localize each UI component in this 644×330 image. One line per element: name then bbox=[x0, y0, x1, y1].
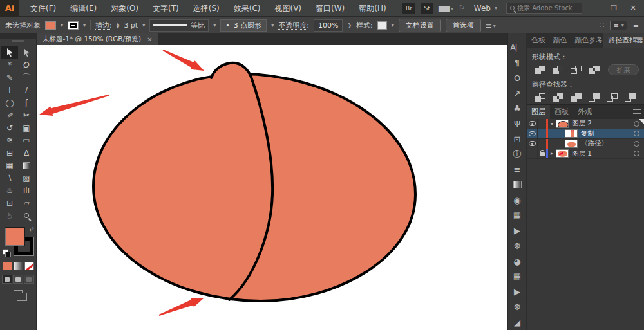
gradient-panel-icon[interactable] bbox=[508, 178, 526, 193]
links-panel-icon[interactable]: ⊡ bbox=[508, 131, 526, 147]
pathfinder-crop-button[interactable] bbox=[586, 92, 601, 103]
paintbrush-tool[interactable]: ʃ bbox=[18, 96, 35, 109]
shape-mode-minus-front-button[interactable] bbox=[550, 64, 565, 75]
fill-proxy-swatch[interactable] bbox=[5, 227, 25, 246]
brush-definition[interactable]: • 3 点圆形 bbox=[220, 19, 267, 32]
document-setup-button[interactable]: 文档设置 bbox=[399, 19, 441, 32]
variable-width-profile[interactable]: 等比 bbox=[149, 19, 209, 32]
shape-mode-unite-button[interactable] bbox=[532, 64, 547, 75]
target-circle-icon[interactable] bbox=[634, 131, 639, 136]
menu-item-effect[interactable]: 效果(C) bbox=[227, 0, 268, 17]
style-swatch[interactable] bbox=[377, 21, 387, 30]
pen-tool[interactable]: ✎ bbox=[1, 71, 18, 84]
symbols-panel-icon[interactable]: ♣ bbox=[508, 101, 526, 116]
menu-item-file[interactable]: 文件(F) bbox=[23, 0, 63, 17]
direct-selection-tool[interactable] bbox=[18, 46, 35, 59]
eyedropper-tool[interactable]: ∖ bbox=[1, 172, 18, 185]
menu-item-type[interactable]: 文字(T) bbox=[146, 0, 186, 17]
pathfinder-tab-1[interactable]: 色板 bbox=[527, 33, 549, 48]
share-icon[interactable]: ⚐ bbox=[459, 4, 465, 12]
expand-button[interactable]: 扩展 bbox=[608, 64, 639, 75]
layers-tab-2[interactable]: 画板 bbox=[550, 105, 573, 119]
preferences-button[interactable]: 首选项 bbox=[446, 19, 481, 32]
layer-name[interactable]: 〈路径〉 bbox=[581, 139, 608, 148]
cone-panel-icon[interactable]: ◢ bbox=[508, 315, 526, 330]
pathfinder-divide-button[interactable] bbox=[532, 92, 547, 103]
layer-row-3[interactable]: 〈路径〉 bbox=[527, 139, 644, 149]
align-icon[interactable]: ☰▾ bbox=[486, 21, 496, 30]
actions-panel-2-icon[interactable]: ▶ bbox=[508, 284, 526, 300]
layer-name[interactable]: 图层 1 bbox=[572, 149, 592, 158]
workspace-switcher[interactable]: Web ▾ bbox=[474, 4, 497, 13]
column-graph-tool[interactable]: ılı bbox=[18, 185, 35, 197]
layer-row-4[interactable]: ▸图层 1 bbox=[527, 149, 644, 160]
style-dropdown-icon[interactable]: ▾ bbox=[392, 23, 394, 28]
settings-panel-2-icon[interactable]: ☸ bbox=[508, 299, 526, 315]
curvature-tool[interactable]: ⌒ bbox=[18, 71, 35, 84]
layer-thumbnail[interactable] bbox=[556, 149, 569, 158]
app-logo-icon[interactable]: Ai bbox=[0, 0, 19, 17]
gradient-tool[interactable] bbox=[18, 160, 35, 172]
layers-panel-menu-icon[interactable] bbox=[633, 109, 641, 114]
visibility-toggle[interactable] bbox=[527, 139, 538, 149]
menu-item-help[interactable]: 帮助(H) bbox=[352, 0, 393, 17]
layer-row-1[interactable]: ▾图层 2 bbox=[527, 119, 644, 129]
pathfinder-panel-menu-icon[interactable] bbox=[633, 37, 641, 42]
layer-row-2[interactable]: 复制 bbox=[527, 129, 644, 140]
transform-panel-icon[interactable]: ▦ bbox=[508, 208, 526, 223]
layer-thumbnail[interactable] bbox=[556, 120, 569, 128]
close-button[interactable]: ✕ bbox=[626, 4, 640, 12]
stroke-weight-dropdown-icon[interactable]: ▾ bbox=[142, 23, 145, 28]
stroke-weight-label[interactable]: 描边: bbox=[95, 21, 112, 30]
opacity-value[interactable]: 100% bbox=[314, 19, 343, 32]
toolbar-grip[interactable] bbox=[12, 40, 24, 44]
stroke-weight-stepper[interactable]: ▲▼ bbox=[117, 22, 120, 28]
type-tool[interactable]: T bbox=[1, 84, 18, 97]
menu-item-window[interactable]: 窗口(W) bbox=[308, 0, 352, 17]
layers-tab-1[interactable]: 图层 bbox=[527, 105, 550, 119]
export-panel-icon[interactable]: ↗ bbox=[508, 86, 526, 101]
layer-name[interactable]: 复制 bbox=[581, 129, 594, 138]
brushes-panel-icon[interactable]: Ψ bbox=[508, 116, 526, 132]
visibility-toggle[interactable] bbox=[527, 149, 538, 159]
workspace-bar-icon[interactable]: ≡▾ bbox=[610, 21, 627, 30]
swirl-panel-icon[interactable]: ◕ bbox=[508, 253, 526, 269]
brush-dropdown-icon[interactable]: ▾ bbox=[271, 23, 274, 28]
draw-inside-button[interactable] bbox=[24, 275, 34, 284]
menu-panel-icon[interactable]: ≡ bbox=[508, 162, 526, 178]
default-fill-stroke-icon[interactable] bbox=[3, 249, 8, 255]
menu-item-edit[interactable]: 编辑(E) bbox=[63, 0, 104, 17]
layer-name[interactable]: 图层 2 bbox=[572, 119, 592, 128]
perspective-grid-tool[interactable]: Δ bbox=[18, 147, 35, 160]
swap-fill-stroke-icon[interactable]: ⇄ bbox=[29, 226, 34, 232]
stock-search-input[interactable]: 搜索 Adobe Stock bbox=[506, 3, 582, 14]
menu-item-select[interactable]: 选择(S) bbox=[186, 0, 227, 17]
minimize-button[interactable]: ─ bbox=[587, 4, 601, 12]
menu-item-object[interactable]: 对象(O) bbox=[104, 0, 146, 17]
stroke-weight-value[interactable]: 3 pt bbox=[124, 21, 138, 30]
pathfinder-merge-button[interactable] bbox=[568, 92, 583, 103]
info-panel-icon[interactable]: ⓘ bbox=[508, 147, 526, 162]
gradient-button[interactable] bbox=[14, 262, 23, 270]
maximize-button[interactable]: ❐ bbox=[607, 4, 621, 12]
opacity-label[interactable]: 不透明度: bbox=[278, 21, 309, 30]
pathfinder-trim-button[interactable] bbox=[550, 92, 565, 103]
ellipse-tool[interactable]: ◯ bbox=[1, 96, 18, 109]
slice-tool[interactable]: ▱ bbox=[18, 197, 35, 210]
shape-mode-exclude-button[interactable] bbox=[586, 64, 601, 75]
pathfinder-tab-2[interactable]: 颜色 bbox=[549, 33, 571, 48]
stroke-dropdown-icon[interactable]: ▾ bbox=[83, 23, 86, 28]
character-panel-icon[interactable]: A⎸ bbox=[508, 40, 526, 55]
line-segment-tool[interactable]: ∕ bbox=[18, 84, 35, 97]
settings-panel-icon[interactable]: ☸ bbox=[508, 239, 526, 254]
target-circle-icon[interactable] bbox=[634, 151, 639, 156]
width-tool[interactable]: ≋ bbox=[1, 134, 18, 147]
document-tab[interactable]: 未标题-1* @ 150% (RGB/预览) ✕ bbox=[37, 33, 158, 45]
pathfinder-minus-back-button[interactable] bbox=[622, 92, 638, 103]
expander-icon[interactable]: ▸ bbox=[548, 151, 556, 156]
stock-icon[interactable]: St bbox=[421, 3, 433, 14]
lock-toggle[interactable] bbox=[538, 151, 546, 156]
pathfinder-outline-button[interactable] bbox=[604, 92, 620, 103]
color-button[interactable] bbox=[3, 262, 12, 270]
hand-tool[interactable]: ☞ bbox=[1, 210, 18, 223]
